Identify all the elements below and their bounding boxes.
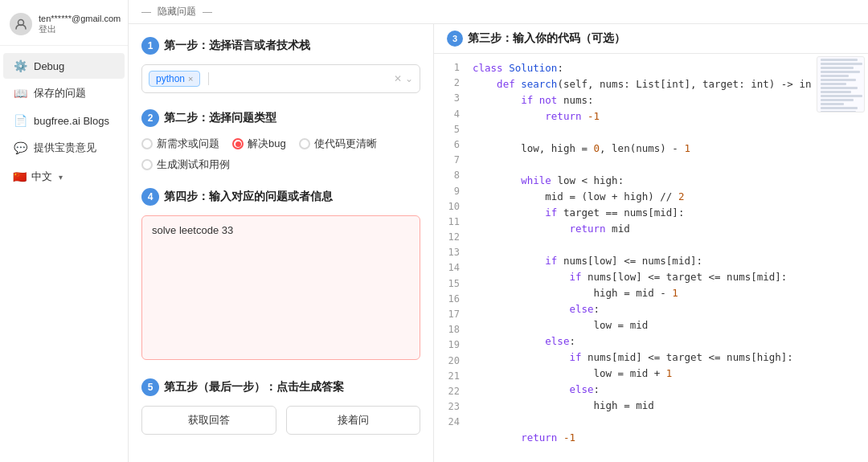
- sidebar-item-blogs-label: bugfree.ai Blogs: [34, 115, 109, 127]
- code-line-9: mid = (low + high) // 2: [473, 189, 862, 205]
- sidebar-user-section: ten******@gmail.com 登出: [0, 6, 128, 46]
- radio-test-label: 生成测试和用例: [157, 157, 230, 172]
- code-line-20: low = mid + 1: [473, 366, 862, 382]
- step2-header: 2 第二步：选择问题类型: [141, 109, 420, 127]
- radio-debug-outer: [232, 138, 244, 149]
- code-line-15: high = mid - 1: [473, 285, 862, 301]
- line-numbers: 1 2 3 4 5 6 7 8 9 10 11 12 13 14 15 16 1: [434, 60, 466, 446]
- radio-debug-inner: [235, 141, 241, 147]
- right-panel: 3 第三步：输入你的代码（可选）: [434, 24, 868, 462]
- step5-title: 第五步（最后一步）：点击生成答案: [164, 380, 344, 395]
- top-bar: — 隐藏问题 —: [129, 0, 868, 24]
- step3-number: 3: [447, 31, 463, 47]
- blog-icon: 📄: [13, 114, 27, 127]
- sidebar-item-saved[interactable]: 📖 保存的问题: [3, 80, 125, 107]
- step2-title: 第二步：选择问题类型: [164, 111, 276, 125]
- language-label: 中文: [31, 170, 52, 184]
- sidebar-item-saved-label: 保存的问题: [34, 86, 86, 100]
- python-tag-close[interactable]: ×: [188, 74, 193, 84]
- sidebar: ten******@gmail.com 登出 ⚙️ Debug 📖 保存的问题 …: [0, 0, 129, 462]
- code-line-8: while low < high:: [473, 173, 862, 189]
- radio-cleaner-outer: [299, 138, 310, 149]
- user-email: ten******@gmail.com: [39, 14, 121, 23]
- radio-new-label: 新需求或问题: [157, 137, 219, 151]
- radio-new-outer: [141, 138, 153, 149]
- topbar-sep-left: —: [141, 6, 151, 18]
- step4-title: 第四步：输入对应的问题或者信息: [164, 190, 333, 204]
- step4-number: 4: [141, 188, 159, 206]
- book-icon: 📖: [13, 87, 27, 100]
- code-thumbnail: [817, 56, 865, 112]
- code-editor[interactable]: 1 2 3 4 5 6 7 8 9 10 11 12 13 14 15 16 1: [434, 54, 868, 452]
- radio-test[interactable]: 生成测试和用例: [141, 157, 230, 172]
- python-tag[interactable]: python ×: [149, 71, 200, 87]
- sidebar-item-debug-label: Debug: [34, 60, 64, 72]
- tech-stack-input[interactable]: python × ✕ ⌄: [141, 64, 420, 93]
- topbar-sep-right: —: [203, 6, 212, 18]
- step1-header: 1 第一步：选择语言或者技术栈: [141, 37, 420, 55]
- clear-icon[interactable]: ✕: [394, 73, 402, 84]
- code-line-13: if nums[low] <= nums[mid]:: [473, 253, 862, 269]
- user-info: ten******@gmail.com 登出: [39, 14, 121, 35]
- step5-section: 5 第五步（最后一步）：点击生成答案 获取回答 接着问: [141, 378, 420, 435]
- code-line-23: [473, 414, 862, 430]
- left-panel: 1 第一步：选择语言或者技术栈 python × ✕ ⌄: [129, 24, 434, 462]
- radio-cleaner[interactable]: 使代码更清晰: [299, 137, 377, 151]
- radio-new[interactable]: 新需求或问题: [141, 137, 219, 151]
- flag-icon: 🇨🇳: [13, 170, 27, 183]
- language-selector[interactable]: 🇨🇳 中文 ▾: [3, 163, 125, 190]
- code-line-24: return -1: [473, 430, 862, 446]
- step5-header: 5 第五步（最后一步）：点击生成答案: [141, 378, 420, 396]
- code-line-17: low = mid: [473, 317, 862, 333]
- code-line-22: high = mid: [473, 398, 862, 414]
- python-tag-label: python: [156, 73, 185, 84]
- sidebar-item-feedback-label: 提供宝贵意见: [34, 141, 96, 155]
- code-line-2: def search(self, nums: List[int], target…: [473, 76, 862, 92]
- code-panel-header: 3 第三步：输入你的代码（可选）: [434, 24, 868, 54]
- action-buttons: 获取回答 接着问: [141, 406, 420, 435]
- code-text[interactable]: class Solution: def search(self, nums: L…: [466, 60, 868, 446]
- problem-input[interactable]: solve leetcode 33: [141, 215, 420, 360]
- code-line-21: else:: [473, 382, 862, 398]
- chevron-down-icon: ▾: [59, 173, 63, 182]
- sidebar-item-blogs[interactable]: 📄 bugfree.ai Blogs: [3, 108, 125, 133]
- step1-title: 第一步：选择语言或者技术栈: [164, 39, 310, 53]
- sidebar-item-feedback[interactable]: 💬 提供宝贵意见: [3, 134, 125, 161]
- code-line-3: if not nums:: [473, 92, 862, 108]
- code-line-7: [473, 157, 862, 173]
- code-line-14: if nums[low] <= target <= nums[mid]:: [473, 269, 862, 285]
- radio-debug-label: 解决bug: [248, 137, 286, 151]
- radio-test-outer: [141, 159, 153, 170]
- radio-debug[interactable]: 解决bug: [232, 137, 286, 151]
- code-line-5: [473, 125, 862, 141]
- dropdown-arrow-icon[interactable]: ⌄: [405, 73, 413, 84]
- problem-type-group: 新需求或问题 解决bug 使代码更清晰 生成测试和用例: [141, 137, 420, 172]
- code-line-10: if target == nums[mid]:: [473, 205, 862, 221]
- logout-button[interactable]: 登出: [39, 23, 121, 35]
- code-line-6: low, high = 0, len(nums) - 1: [473, 141, 862, 157]
- code-line-18: else:: [473, 333, 862, 350]
- sidebar-item-debug[interactable]: ⚙️ Debug: [3, 53, 125, 79]
- code-line-4: return -1: [473, 108, 862, 125]
- input-divider: [208, 72, 209, 85]
- step2-section: 2 第二步：选择问题类型 新需求或问题 解决bug: [141, 109, 420, 172]
- code-line-11: return mid: [473, 221, 862, 237]
- debug-icon: ⚙️: [13, 59, 27, 72]
- avatar: [10, 13, 32, 35]
- continue-ask-button[interactable]: 接着问: [286, 406, 421, 435]
- step1-section: 1 第一步：选择语言或者技术栈 python × ✕ ⌄: [141, 37, 420, 93]
- main-content: — 隐藏问题 — 1 第一步：选择语言或者技术栈 python ×: [129, 0, 868, 462]
- panels: 1 第一步：选择语言或者技术栈 python × ✕ ⌄: [129, 24, 868, 462]
- step5-number: 5: [141, 378, 159, 396]
- sidebar-nav: ⚙️ Debug 📖 保存的问题 📄 bugfree.ai Blogs 💬 提供…: [0, 46, 128, 462]
- step2-number: 2: [141, 109, 159, 127]
- get-answer-button[interactable]: 获取回答: [141, 406, 276, 435]
- code-line-19: if nums[mid] <= target <= nums[high]:: [473, 350, 862, 366]
- step4-section: 4 第四步：输入对应的问题或者信息 solve leetcode 33: [141, 188, 420, 362]
- step3-title: 第三步：输入你的代码（可选）: [468, 31, 625, 46]
- step4-header: 4 第四步：输入对应的问题或者信息: [141, 188, 420, 206]
- topbar-title: 隐藏问题: [158, 5, 196, 18]
- feedback-icon: 💬: [13, 141, 27, 154]
- code-line-1: class Solution:: [473, 60, 862, 76]
- radio-cleaner-label: 使代码更清晰: [314, 137, 377, 151]
